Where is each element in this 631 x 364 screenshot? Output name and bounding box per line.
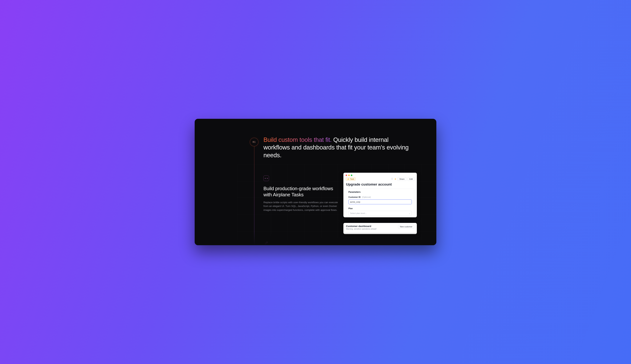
task-mock-window: ⚡ Task ★ Share Edit Upgrade customer acc… (344, 173, 417, 217)
parameters-heading: Parameters (348, 191, 412, 193)
traffic-lights (344, 173, 417, 177)
dashboard-title: Customer dashboard (346, 225, 376, 228)
traffic-zoom-icon (351, 174, 352, 176)
edit-button[interactable]: Edit (408, 177, 414, 181)
feature-title: Build production-grade workflows with Ai… (264, 186, 338, 198)
bolt-icon: ⚡ (347, 178, 349, 180)
parameters-panel: Parameters Customer ID (Optional) Plan S… (346, 189, 414, 217)
task-title: Upgrade customer account (344, 182, 417, 189)
plan-placeholder: Select plan level... (350, 212, 367, 214)
plan-select[interactable]: Select plan level... ⌄ (348, 211, 412, 216)
dashboard-subtitle: Warning, sensitive operations ahead! (346, 228, 376, 230)
feature-block: < > Build production-grade workflows wit… (264, 176, 338, 212)
task-badge: ⚡ Task (346, 177, 356, 181)
share-button[interactable]: Share (398, 177, 406, 181)
traffic-minimize-icon (348, 174, 350, 176)
content-card: 01 Build custom tools that fit. Quickly … (195, 119, 436, 245)
customer-id-optional: (Optional) (362, 196, 371, 198)
customer-id-input[interactable] (348, 200, 412, 204)
new-customer-button[interactable]: New customer (398, 225, 414, 228)
plan-field: Plan Select plan level... ⌄ (348, 206, 412, 216)
customer-id-label-text: Customer ID (348, 196, 360, 198)
step-number: 01 (253, 141, 256, 143)
customer-id-field: Customer ID (Optional) (348, 195, 412, 204)
feature-body: Replace brittle scripts with user-friend… (264, 200, 338, 212)
code-icon: < > (264, 176, 269, 181)
task-badge-label: Task (350, 178, 354, 180)
traffic-close-icon (346, 174, 347, 176)
task-topbar: ⚡ Task ★ Share Edit (344, 177, 417, 182)
bottom-fade (195, 232, 436, 245)
headline: Build custom tools that fit. Quickly bui… (264, 136, 414, 159)
plan-label: Plan (348, 207, 353, 210)
customer-id-label: Customer ID (Optional) (348, 196, 371, 198)
chevron-down-icon: ⌄ (409, 212, 410, 214)
headline-accent: Build custom tools that fit. (264, 136, 332, 143)
pen-icon (264, 241, 268, 245)
dashboard-header: Customer dashboard Warning, sensitive op… (346, 225, 376, 230)
bell-icon[interactable] (391, 178, 393, 180)
top-actions: ★ Share Edit (391, 177, 414, 181)
star-icon[interactable]: ★ (394, 178, 396, 180)
step-badge: 01 (250, 138, 258, 146)
code-icon-label: < > (265, 177, 268, 180)
dashboard-mock-window: Customer dashboard Warning, sensitive op… (344, 223, 417, 234)
